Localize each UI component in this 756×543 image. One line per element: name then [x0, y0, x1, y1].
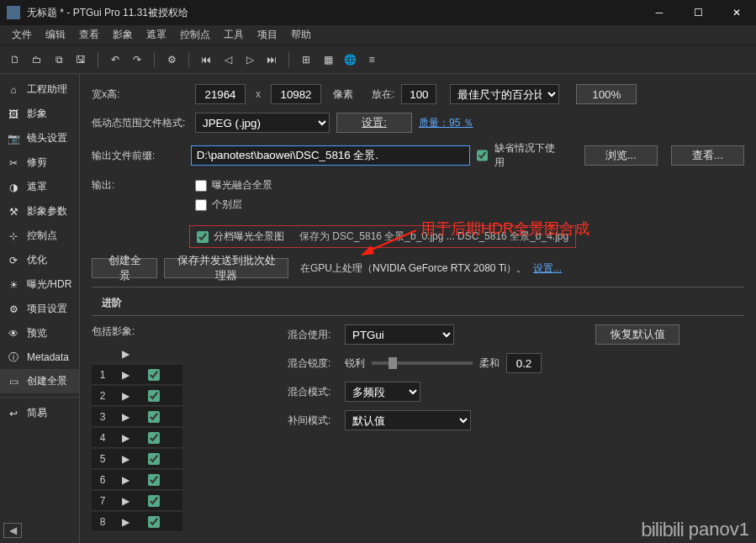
- menu-项目[interactable]: 项目: [251, 25, 284, 45]
- 100pct-button[interactable]: 100%: [576, 84, 637, 104]
- play-icon[interactable]: ▶: [114, 390, 137, 402]
- play-icon[interactable]: ▶: [114, 453, 137, 465]
- list-icon[interactable]: ≡: [362, 50, 382, 70]
- collapse-sidebar-button[interactable]: ◀: [3, 523, 22, 538]
- sharpness-input[interactable]: [506, 353, 542, 373]
- width-input[interactable]: [195, 84, 246, 104]
- play-icon[interactable]: ▶: [114, 495, 137, 507]
- x-separator: x: [252, 88, 264, 100]
- settings-button[interactable]: 设置:: [336, 113, 412, 133]
- bracket-checkbox[interactable]: [197, 231, 209, 243]
- globe-icon[interactable]: 🌐: [340, 50, 360, 70]
- image-row[interactable]: 8▶: [92, 512, 182, 532]
- include-image-checkbox[interactable]: [148, 411, 160, 423]
- menu-编辑[interactable]: 编辑: [39, 25, 72, 45]
- copy-icon[interactable]: ⧉: [49, 50, 69, 70]
- image-row[interactable]: 7▶: [92, 491, 182, 511]
- exposure-fusion-checkbox[interactable]: [195, 180, 207, 192]
- include-image-checkbox[interactable]: [148, 453, 160, 465]
- next-icon[interactable]: ▷: [240, 50, 260, 70]
- rewind-icon[interactable]: ⏮: [196, 50, 216, 70]
- play-icon[interactable]: ▶: [114, 369, 137, 381]
- menu-帮助[interactable]: 帮助: [284, 25, 318, 45]
- create-panorama-button[interactable]: 创建全景: [92, 258, 157, 278]
- send-batch-button[interactable]: 保存并发送到批次处理器: [164, 258, 288, 278]
- close-button[interactable]: ✕: [717, 0, 756, 25]
- play-header-icon[interactable]: ▶: [114, 348, 137, 360]
- gpu-settings-link[interactable]: 设置...: [533, 261, 562, 276]
- include-image-checkbox[interactable]: [148, 516, 160, 528]
- sidebar-item-pano[interactable]: ▭创建全景: [0, 369, 79, 393]
- menu-控制点[interactable]: 控制点: [173, 25, 217, 45]
- menu-工具[interactable]: 工具: [217, 25, 251, 45]
- sidebar-item-image[interactable]: 🖾影象: [0, 102, 79, 126]
- prev-icon[interactable]: ◁: [218, 50, 238, 70]
- include-image-checkbox[interactable]: [148, 369, 160, 381]
- individual-layers-label: 个别层: [212, 198, 242, 212]
- default-checkbox[interactable]: [477, 150, 488, 161]
- layout-icon[interactable]: ⊞: [296, 50, 316, 70]
- sidebar-item-simple[interactable]: ↩简易: [0, 401, 79, 425]
- restore-defaults-button[interactable]: 恢复默认值: [595, 324, 679, 345]
- blend-engine-select[interactable]: PTGui: [345, 324, 454, 345]
- interp-select[interactable]: 默认值: [345, 410, 471, 430]
- include-image-checkbox[interactable]: [148, 495, 160, 507]
- sharpness-label: 混合锐度:: [288, 356, 338, 371]
- default-label: 缺省情况下使用: [494, 141, 562, 170]
- sidebar-item-ctrl[interactable]: ⊹控制点: [0, 224, 79, 248]
- format-select[interactable]: JPEG (.jpg): [195, 113, 330, 133]
- view-button[interactable]: 查看...: [671, 145, 744, 166]
- gear-icon[interactable]: ⚙: [161, 50, 182, 70]
- image-row[interactable]: 4▶: [92, 428, 182, 448]
- image-row[interactable]: 5▶: [92, 449, 182, 469]
- individual-layers-checkbox[interactable]: [195, 199, 207, 211]
- open-icon[interactable]: 🗀: [27, 50, 47, 70]
- save-icon[interactable]: 🖫: [71, 50, 91, 70]
- sidebar-item-eye[interactable]: 👁预览: [0, 321, 79, 345]
- forward-icon[interactable]: ⏭: [262, 50, 282, 70]
- image-row[interactable]: 2▶: [92, 386, 182, 406]
- menu-文件[interactable]: 文件: [5, 25, 39, 45]
- new-icon[interactable]: 🗋: [5, 50, 25, 70]
- sidebar-item-info[interactable]: ⓘMetadata: [0, 345, 79, 369]
- blend-mode-select[interactable]: 多频段: [345, 382, 420, 402]
- percent-input[interactable]: [401, 84, 436, 104]
- menu-遮罩[interactable]: 遮罩: [140, 25, 173, 45]
- sidebar-item-sun[interactable]: ☀曝光/HDR: [0, 272, 79, 297]
- optimal-size-select[interactable]: 最佳尺寸的百分比: [450, 84, 559, 104]
- sidebar-item-crop[interactable]: ✂修剪: [0, 150, 79, 175]
- image-row[interactable]: 6▶: [92, 470, 182, 490]
- blend-use-label: 混合使用:: [288, 328, 338, 342]
- maximize-button[interactable]: ☐: [679, 0, 717, 25]
- include-image-checkbox[interactable]: [148, 474, 160, 486]
- play-icon[interactable]: ▶: [114, 411, 137, 423]
- sidebar-item-params[interactable]: ⚒影象参数: [0, 199, 79, 224]
- output-path-input[interactable]: [191, 145, 470, 166]
- include-image-checkbox[interactable]: [148, 390, 160, 402]
- sidebar-item-home[interactable]: ⌂工程助理: [0, 77, 79, 102]
- undo-icon[interactable]: ↶: [105, 50, 125, 70]
- menu-影象[interactable]: 影象: [106, 25, 140, 45]
- grid-icon[interactable]: ▦: [318, 50, 338, 70]
- image-row[interactable]: 1▶: [92, 365, 182, 385]
- sidebar-item-mask[interactable]: ◑遮罩: [0, 175, 79, 199]
- quality-link[interactable]: 质量：95 ％: [419, 116, 473, 130]
- include-image-checkbox[interactable]: [148, 432, 160, 444]
- interp-label: 补间模式:: [288, 414, 338, 428]
- play-icon[interactable]: ▶: [114, 516, 137, 528]
- sun-icon: ☀: [7, 278, 20, 292]
- blend-mode-label: 混合模式:: [288, 385, 338, 399]
- menu-查看[interactable]: 查看: [72, 25, 106, 45]
- sharpness-slider[interactable]: [372, 361, 473, 365]
- browse-button[interactable]: 浏览...: [584, 145, 658, 166]
- play-icon[interactable]: ▶: [114, 432, 137, 444]
- play-icon[interactable]: ▶: [114, 474, 137, 486]
- height-input[interactable]: [271, 84, 321, 104]
- sidebar-item-gear[interactable]: ⚙项目设置: [0, 297, 79, 321]
- redo-icon[interactable]: ↷: [127, 50, 147, 70]
- image-row[interactable]: 3▶: [92, 407, 182, 427]
- sidebar-item-opt[interactable]: ⟳优化: [0, 248, 79, 272]
- titlebar: 无标题 * - PTGui Pro 11.31被授权给 ─ ☐ ✕: [0, 0, 756, 25]
- minimize-button[interactable]: ─: [640, 0, 679, 25]
- sidebar-item-camera[interactable]: 📷镜头设置: [0, 126, 79, 150]
